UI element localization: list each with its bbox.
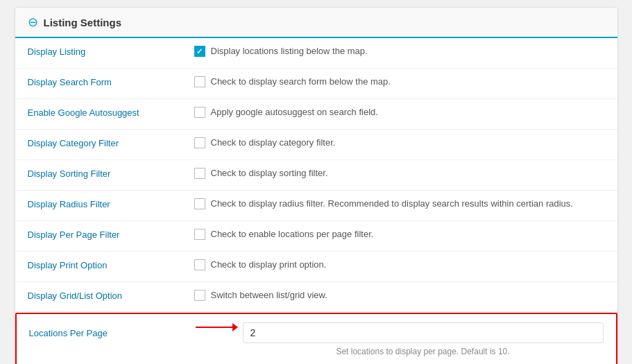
settings-row-display-sorting-filter: Display Sorting FilterCheck to display s… [15, 160, 617, 191]
control-display-grid-list-option: Switch between list/grid view. [194, 289, 605, 301]
label-display-listing: Display Listing [28, 45, 194, 57]
settings-card: ⊖ Listing Settings Display ListingDispla… [15, 7, 618, 364]
settings-row-display-listing: Display ListingDisplay locations listing… [15, 38, 617, 69]
desc-display-category-filter: Check to display category filter. [211, 137, 336, 148]
per-page-hint: Set locations to display per page. Defau… [243, 347, 604, 356]
label-display-sorting-filter: Display Sorting Filter [28, 167, 194, 179]
card-body: Display ListingDisplay locations listing… [15, 38, 617, 313]
checkbox-display-sorting-filter[interactable] [194, 168, 205, 179]
control-row-display-listing: Display locations listing below the map. [194, 45, 368, 57]
settings-row-display-per-page-filter: Display Per Page FilterCheck to enable l… [15, 221, 617, 252]
label-enable-google-autosuggest: Enable Google Autosuggest [28, 106, 194, 118]
checkbox-display-category-filter[interactable] [194, 137, 205, 148]
control-row-enable-google-autosuggest: Apply google autosuggest on search field… [194, 106, 378, 118]
checkbox-display-grid-list-option[interactable] [194, 290, 205, 301]
desc-display-listing: Display locations listing below the map. [211, 46, 368, 56]
desc-enable-google-autosuggest: Apply google autosuggest on search field… [211, 107, 378, 117]
checkbox-display-search-form[interactable] [194, 76, 205, 87]
per-page-input[interactable] [243, 322, 604, 343]
card-title: Listing Settings [44, 17, 122, 28]
control-row-display-grid-list-option: Switch between list/grid view. [194, 289, 327, 301]
desc-display-grid-list-option: Switch between list/grid view. [211, 290, 327, 300]
label-display-search-form: Display Search Form [28, 76, 194, 87]
control-display-radius-filter: Check to display radius filter. Recommen… [194, 198, 605, 209]
control-display-sorting-filter: Check to display sorting filter. [194, 167, 605, 179]
control-row-display-search-form: Check to display search form below the m… [194, 76, 391, 87]
control-row-display-print-option: Check to display print option. [194, 259, 327, 270]
label-display-radius-filter: Display Radius Filter [28, 198, 194, 209]
desc-display-radius-filter: Check to display radius filter. Recommen… [211, 198, 573, 209]
settings-row-display-radius-filter: Display Radius FilterCheck to display ra… [15, 191, 617, 221]
desc-display-per-page-filter: Check to enable locations per page filte… [211, 229, 374, 239]
collapse-icon[interactable]: ⊖ [28, 16, 38, 28]
control-row-display-category-filter: Check to display category filter. [194, 137, 336, 148]
control-display-search-form: Check to display search form below the m… [194, 76, 605, 87]
control-display-per-page-filter: Check to enable locations per page filte… [194, 228, 605, 240]
label-display-print-option: Display Print Option [28, 259, 194, 270]
control-row-display-per-page-filter: Check to enable locations per page filte… [194, 228, 374, 240]
settings-row-display-search-form: Display Search FormCheck to display sear… [15, 69, 617, 99]
checkbox-display-listing[interactable] [194, 46, 205, 57]
settings-row-display-print-option: Display Print OptionCheck to display pri… [15, 252, 617, 282]
checkbox-display-per-page-filter[interactable] [194, 229, 205, 240]
control-enable-google-autosuggest: Apply google autosuggest on search field… [194, 106, 605, 118]
checkbox-enable-google-autosuggest[interactable] [194, 107, 205, 118]
label-display-per-page-filter: Display Per Page Filter [28, 228, 194, 240]
checkbox-display-print-option[interactable] [194, 259, 205, 270]
card-header: ⊖ Listing Settings [15, 8, 617, 38]
label-display-category-filter: Display Category Filter [28, 137, 194, 148]
desc-display-print-option: Check to display print option. [211, 259, 327, 270]
desc-display-search-form: Check to display search form below the m… [211, 76, 391, 87]
desc-display-sorting-filter: Check to display sorting filter. [211, 168, 328, 178]
control-display-print-option: Check to display print option. [194, 259, 605, 270]
per-page-input-wrap: Set locations to display per page. Defau… [243, 322, 604, 356]
locations-per-page-row: Locations Per Page Set locations to disp… [15, 313, 617, 364]
locations-per-page-label: Locations Per Page [29, 327, 108, 338]
settings-row-display-grid-list-option: Display Grid/List OptionSwitch between l… [15, 282, 617, 313]
label-display-grid-list-option: Display Grid/List Option [28, 289, 194, 301]
control-display-listing: Display locations listing below the map. [194, 45, 605, 57]
control-row-display-radius-filter: Check to display radius filter. Recommen… [194, 198, 573, 209]
arrow-indicator [196, 327, 237, 328]
checkbox-display-radius-filter[interactable] [194, 198, 205, 209]
settings-row-enable-google-autosuggest: Enable Google AutosuggestApply google au… [15, 99, 617, 130]
control-row-display-sorting-filter: Check to display sorting filter. [194, 167, 328, 179]
settings-row-display-category-filter: Display Category FilterCheck to display … [15, 130, 617, 160]
control-display-category-filter: Check to display category filter. [194, 137, 605, 148]
arrow-line [196, 327, 237, 328]
